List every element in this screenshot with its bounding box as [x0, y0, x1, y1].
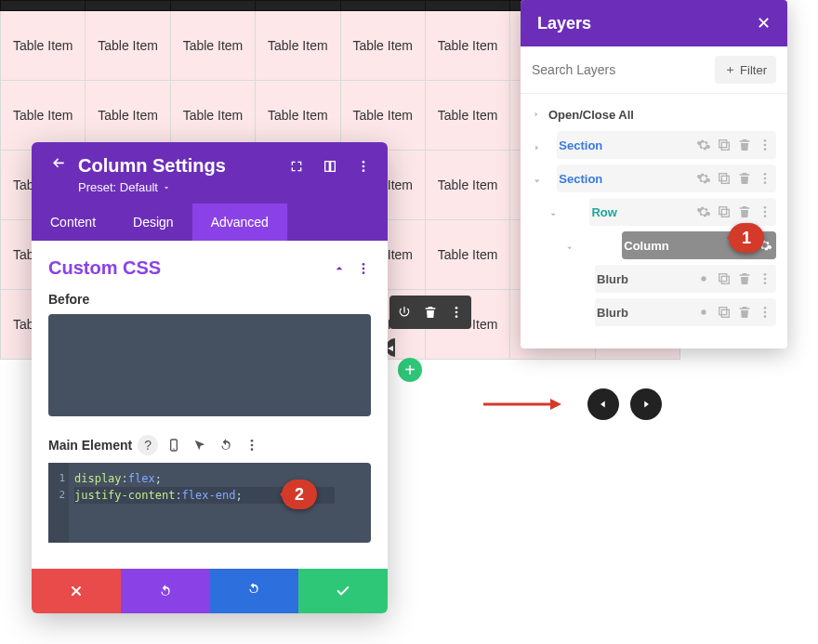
- svg-rect-21: [721, 176, 729, 183]
- search-input[interactable]: [532, 62, 707, 77]
- table-cell: Table Item: [1, 81, 86, 151]
- add-module-button[interactable]: +: [398, 358, 422, 382]
- back-icon[interactable]: [48, 155, 67, 177]
- svg-point-14: [251, 444, 254, 447]
- kebab-icon[interactable]: [758, 171, 772, 186]
- open-close-label: Open/Close All: [548, 108, 634, 122]
- line-gutter: 12: [48, 463, 69, 543]
- kebab-icon[interactable]: [758, 204, 772, 219]
- tree-item-section[interactable]: Section: [557, 164, 776, 192]
- svg-point-30: [764, 215, 767, 217]
- reset-icon[interactable]: [216, 435, 236, 455]
- duplicate-icon[interactable]: [717, 305, 732, 320]
- help-icon[interactable]: ?: [138, 435, 158, 455]
- svg-point-39: [764, 311, 767, 314]
- trash-icon[interactable]: [737, 171, 752, 186]
- redo-button[interactable]: [210, 569, 299, 613]
- tree-item-row[interactable]: Row: [589, 198, 776, 226]
- mobile-icon[interactable]: [164, 435, 184, 455]
- gear-icon[interactable]: [696, 138, 711, 152]
- gear-icon[interactable]: [696, 204, 711, 219]
- tab-design[interactable]: Design: [114, 204, 192, 241]
- svg-point-20: [764, 148, 767, 151]
- prev-button[interactable]: [587, 388, 619, 420]
- trash-icon[interactable]: [737, 138, 752, 152]
- table-cell: Table Item: [86, 81, 170, 151]
- modal-title: Column Settings: [78, 155, 278, 177]
- tree-item-section[interactable]: Section: [557, 131, 776, 159]
- tree-label: Section: [557, 172, 696, 186]
- svg-point-2: [455, 315, 458, 318]
- svg-rect-37: [719, 308, 727, 315]
- svg-point-33: [764, 273, 767, 276]
- trash-icon[interactable]: [737, 305, 752, 320]
- gear-icon[interactable]: [696, 271, 711, 286]
- annotation-badge-1: 1: [729, 223, 764, 253]
- table-cell: Table Item: [425, 11, 509, 81]
- save-button[interactable]: [298, 569, 388, 613]
- kebab-icon[interactable]: [449, 305, 464, 320]
- tab-content[interactable]: Content: [32, 204, 114, 241]
- modal-header: Column Settings Preset: Default: [32, 142, 388, 204]
- svg-point-18: [764, 139, 767, 142]
- tree-item-blurb[interactable]: Blurb: [595, 298, 776, 326]
- trash-icon[interactable]: [737, 271, 752, 286]
- layers-title: Layers: [537, 14, 757, 33]
- duplicate-icon[interactable]: [717, 138, 732, 152]
- filter-button[interactable]: ＋Filter: [715, 56, 776, 84]
- kebab-icon[interactable]: [758, 271, 772, 286]
- collapse-icon[interactable]: [332, 261, 347, 276]
- tab-advanced[interactable]: Advanced: [192, 204, 287, 241]
- svg-point-24: [764, 177, 767, 180]
- css-prop: justify-content: [74, 489, 175, 502]
- undo-button[interactable]: [121, 569, 210, 613]
- cancel-button[interactable]: [32, 569, 121, 613]
- gear-icon[interactable]: [696, 171, 711, 186]
- duplicate-icon[interactable]: [717, 271, 732, 286]
- modal-footer: [32, 569, 388, 613]
- svg-rect-16: [721, 142, 729, 150]
- svg-point-25: [764, 181, 767, 184]
- layers-search-row: ＋Filter: [521, 46, 787, 94]
- trash-icon[interactable]: [423, 305, 438, 320]
- snap-icon[interactable]: [323, 159, 337, 174]
- annotation-arrow-row: [483, 388, 662, 420]
- kebab-icon[interactable]: [356, 159, 371, 174]
- module-hover-toolbar[interactable]: [389, 296, 471, 329]
- before-css-editor[interactable]: [48, 314, 371, 416]
- tree-item-blurb[interactable]: Blurb: [595, 265, 776, 293]
- svg-rect-36: [721, 309, 729, 317]
- open-close-all[interactable]: Open/Close All: [532, 103, 776, 131]
- kebab-icon[interactable]: [356, 261, 371, 276]
- trash-icon[interactable]: [737, 204, 752, 219]
- filter-label: Filter: [740, 63, 767, 77]
- kebab-icon[interactable]: [242, 435, 262, 455]
- power-icon[interactable]: [397, 305, 412, 320]
- main-element-css-editor[interactable]: 12 display:flex; justify-content:flex-en…: [48, 463, 371, 543]
- next-button[interactable]: [630, 388, 662, 420]
- svg-rect-27: [719, 207, 727, 215]
- kebab-icon[interactable]: [758, 305, 772, 320]
- close-icon[interactable]: ✕: [757, 13, 771, 33]
- svg-point-12: [174, 448, 175, 449]
- expand-icon[interactable]: [289, 159, 304, 174]
- caret-right-icon[interactable]: [532, 140, 542, 155]
- hover-icon[interactable]: [190, 435, 210, 455]
- caret-down-icon[interactable]: [532, 174, 542, 189]
- caret-down-icon[interactable]: [565, 241, 574, 256]
- preset-dropdown[interactable]: Preset: Default: [78, 180, 171, 194]
- table-cell: Table Item: [425, 81, 509, 151]
- svg-point-23: [764, 173, 767, 176]
- svg-point-19: [764, 144, 767, 147]
- gear-icon[interactable]: [696, 305, 711, 320]
- table-cell: Table Item: [425, 220, 509, 290]
- css-val: flex: [128, 472, 155, 485]
- kebab-icon[interactable]: [758, 138, 772, 152]
- duplicate-icon[interactable]: [717, 171, 732, 186]
- caret-down-icon[interactable]: [548, 207, 558, 222]
- table-cell: Table Item: [86, 11, 170, 81]
- svg-point-34: [764, 278, 767, 281]
- svg-point-13: [251, 440, 254, 442]
- duplicate-icon[interactable]: [717, 204, 732, 219]
- table-cell: Table Item: [340, 11, 425, 81]
